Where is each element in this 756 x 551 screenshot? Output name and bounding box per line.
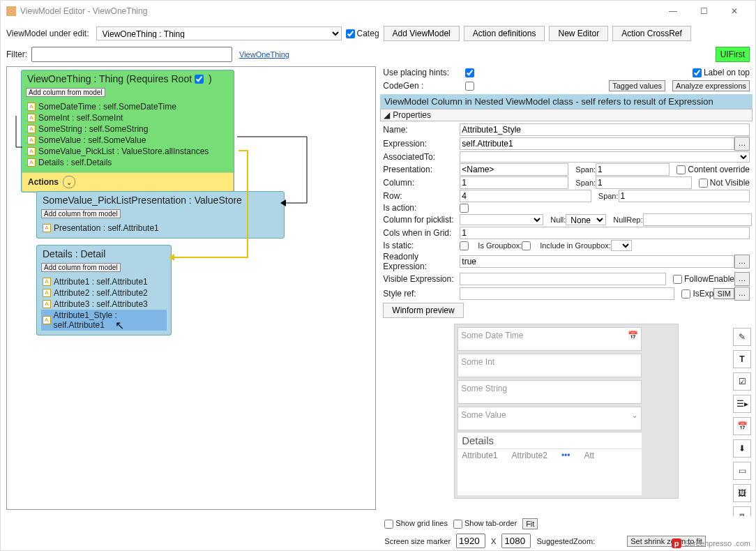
isstatic-label: Is static: [383,241,460,250]
col-picklist-label: Column for picklist: [383,215,460,225]
uifirst-tag[interactable]: UIFirst [716,47,750,62]
winform-preview-button[interactable]: Winform preview [383,303,463,318]
expression-more-button[interactable]: … [734,137,750,151]
tool-list-icon[interactable]: ☰▸ [733,395,751,413]
isstatic-check[interactable] [460,241,469,250]
span2-input[interactable] [596,176,692,189]
visible-label: Visible Expression: [383,274,460,284]
presentation-input[interactable] [460,163,568,176]
chevron-down-icon[interactable]: ⌄ [631,410,638,420]
fit-button[interactable]: Fit [522,518,538,529]
close-button[interactable]: ✕ [719,1,750,21]
node-details[interactable]: Details : Detail Add column from model A… [36,245,172,335]
analyze-expressions-button[interactable]: Analyze expressions [672,80,750,91]
null-select[interactable]: None [566,214,606,225]
node-item[interactable]: ASomeValue_PickList : ValueStore.allInst… [26,146,229,157]
maximize-button[interactable]: ☐ [688,1,719,21]
tool-text-icon[interactable]: T [733,350,751,368]
action-definitions-button[interactable]: Action definitions [464,26,545,41]
associated-select[interactable] [460,151,750,163]
col-picklist-select[interactable] [460,214,543,225]
action-crossref-button[interactable]: Action CrossRef [612,26,691,41]
tagged-values-button[interactable]: Tagged values [609,80,665,91]
expression-input[interactable] [460,137,734,150]
styleref-input[interactable] [460,287,674,300]
associated-label: AssociatedTo: [383,152,460,162]
viewmodel-link[interactable]: ViewOneThing [239,50,289,59]
add-column-button[interactable]: Add column from model [41,209,121,218]
node-picklist[interactable]: SomeValue_PickListPresentation : ValueSt… [36,191,285,239]
add-viewmodel-button[interactable]: Add ViewModel [384,26,460,41]
calendar-icon[interactable]: 📅 [628,331,638,340]
tool-cube-icon[interactable]: ⧈ [733,506,751,516]
column-input[interactable] [460,176,568,189]
viewmodel-select[interactable]: ViewOneThing : Thing [96,27,342,40]
filter-input[interactable] [31,47,232,62]
tool-check-icon[interactable]: ☑ [733,372,751,391]
visible-input[interactable] [460,273,666,285]
tool-edit-icon[interactable]: ✎ [733,328,751,346]
readonly-more-button[interactable]: … [734,255,750,269]
nullrep-input[interactable] [643,213,752,226]
placing-hints-check[interactable] [465,68,474,77]
node-item[interactable]: ASomeString : self.SomeString [26,123,229,135]
tool-calendar-icon[interactable]: 📅 [733,417,751,435]
isgroup-check[interactable] [522,241,531,250]
followenable-check[interactable]: FollowEnable [673,274,734,284]
tool-download-icon[interactable]: ⬇ [733,439,751,458]
add-column-button[interactable]: Add column from model [41,263,121,272]
node-item[interactable]: ASomeValue : self.SomeValue [26,135,229,146]
show-tab-check[interactable]: Show tab-order [453,519,517,529]
readonly-label: Readonly Expression: [383,252,460,271]
node-item[interactable]: AAttribute1 : self.Attribute1 [41,276,167,287]
screen-marker-label: Screen size marker [384,537,451,545]
requires-root-check[interactable] [195,75,204,84]
presentation-label: Presentation: [383,165,460,174]
field-icon: A [43,278,51,286]
content-override-check[interactable]: Content override [676,165,750,174]
add-column-button[interactable]: Add column from model [26,88,105,97]
actions-bar[interactable]: Actions⌄ [22,172,234,192]
label-on-top-check[interactable]: Label on top [693,68,750,77]
colsgrid-input[interactable] [460,227,750,239]
width-input[interactable] [456,534,485,548]
node-item[interactable]: ADetails : self.Details [26,157,229,168]
tool-image-icon[interactable]: 🖼 [733,484,751,502]
span1-input[interactable] [596,163,670,176]
node-item[interactable]: AAttribute3 : self.Attribute3 [41,299,167,310]
properties-toggle[interactable]: ◢Properties [380,109,753,121]
isaction-check[interactable] [460,204,469,213]
readonly-input[interactable] [460,255,734,268]
node-item[interactable]: AAttribute2 : self.Attribute2 [41,287,167,299]
node-viewonething[interactable]: ViewOneThing : Thing (Requires Root) Add… [21,70,234,193]
nullrep-label: NullRep: [613,216,642,224]
height-input[interactable] [501,534,531,548]
preview-details-header: Details [458,432,642,448]
node-item[interactable]: ASomeDateTime : self.SomeDateTime [26,101,229,112]
colsgrid-label: Cols when in Grid: [383,228,460,238]
visible-more-button[interactable]: … [734,272,750,286]
node-item-selected[interactable]: AAttribute1_Style : self.Attribute1 [41,310,167,331]
minimize-button[interactable]: — [658,1,688,21]
not-visible-check[interactable]: Not Visible [699,178,750,188]
canvas[interactable]: ViewOneThing : Thing (Requires Root) Add… [6,66,376,510]
name-input[interactable] [460,123,750,136]
field-icon: A [27,103,36,111]
isaction-label: Is action: [383,203,460,213]
span3-input[interactable] [619,190,750,202]
new-editor-button[interactable]: New Editor [549,26,608,41]
categ-check[interactable]: Categ [346,29,379,38]
incgroup-select[interactable] [611,240,632,251]
field-icon: A [43,289,51,297]
row-input[interactable] [460,190,591,202]
sim-button[interactable]: SIM [713,288,734,299]
show-grid-check[interactable]: Show grid lines [384,519,448,529]
section-header: ViewModel Column in Nested ViewModel cla… [380,94,753,109]
styleref-more-button[interactable]: … [734,287,750,301]
node-item[interactable]: APresentation : self.Attribute1 [41,222,280,234]
codegen-check[interactable] [465,82,474,91]
isexp-check[interactable]: IsExp [681,289,713,299]
node-item[interactable]: ASomeInt : self.SomeInt [26,112,229,123]
tool-box-icon[interactable]: ▭ [733,462,751,480]
chevron-down-icon[interactable]: ⌄ [63,176,75,188]
